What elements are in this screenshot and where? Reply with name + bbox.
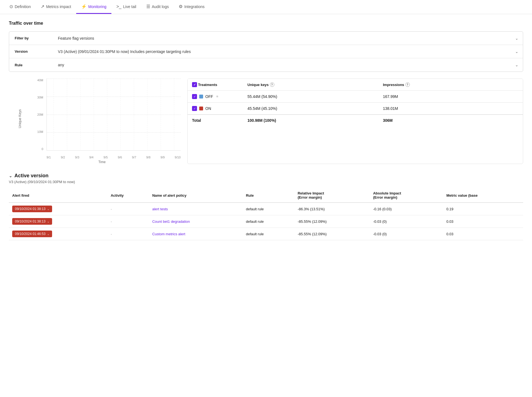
nav-item-audit-logs[interactable]: ☰Audit logs — [141, 0, 174, 14]
metric-value-cell: 0.03 — [443, 228, 523, 240]
chart-container: Unique Keys 40M30M20M10M0 — [9, 79, 181, 164]
table-row: 09/10/2024 01:38:13 ⌄ - Count bet1 degra… — [9, 215, 523, 228]
nav-item-definition[interactable]: ⊙Definition — [4, 0, 36, 14]
main-content: Traffic over time Filter by Feature flag… — [0, 14, 532, 247]
legend-header: ✓ Treatments Unique keys ? Impressions ? — [188, 79, 523, 91]
rule-dropdown[interactable]: any ⌄ — [53, 59, 523, 70]
all-treatments-checkbox[interactable]: ✓ — [192, 82, 197, 87]
active-version-collapse[interactable]: ⌄ Active version — [9, 173, 523, 179]
traffic-title: Traffic over time — [9, 21, 523, 26]
relative-impact-cell: -86.3% (13.51%) — [294, 203, 370, 215]
col-alert-fired: Alert fired — [9, 188, 107, 203]
live-tail-icon: >_ — [116, 4, 121, 9]
rule-row: Rule any ⌄ — [9, 58, 523, 72]
alert-badge[interactable]: 09/10/2024 01:46:53 ⌄ — [12, 231, 52, 237]
policy-name-cell: alert tests — [149, 203, 242, 215]
alert-badge[interactable]: 09/10/2024 01:38:13 ⌄ — [12, 218, 52, 225]
activity-cell: - — [107, 228, 149, 240]
version-dropdown[interactable]: V3 (Active) (09/01/2024 01:30PM to now) … — [53, 46, 523, 57]
legend-col-impressions: Impressions ? — [383, 82, 518, 87]
filter-by-label: Filter by — [9, 33, 53, 44]
nav-item-monitoring[interactable]: ⚡Monitoring — [76, 0, 111, 14]
policy-link[interactable]: Count bet1 degradation — [152, 219, 190, 224]
chevron-down-icon: ⌄ — [515, 63, 518, 67]
on-impressions: 138.01M — [383, 106, 518, 111]
alert-badge[interactable]: 09/10/2024 01:38:13 ⌄ — [12, 206, 52, 212]
audit-logs-icon: ☰ — [146, 4, 150, 9]
unique-keys-help-icon[interactable]: ? — [270, 82, 274, 87]
on-unique-keys: 45.54M (45.10%) — [247, 106, 383, 111]
legend-row-off: ✓ OFF ✳ 55.44M (54.90%) 167.99M — [188, 91, 523, 103]
off-color-swatch — [199, 95, 203, 98]
policy-link[interactable]: alert tests — [152, 207, 168, 211]
nav-label-monitoring: Monitoring — [88, 4, 106, 9]
impressions-help-icon[interactable]: ? — [405, 82, 410, 87]
filter-by-dropdown[interactable]: Feature flag versions ⌄ — [53, 33, 523, 44]
alert-expand-icon: ⌄ — [47, 232, 49, 236]
metrics-impact-icon: ↗ — [41, 4, 44, 9]
total-label: Total — [192, 118, 247, 123]
col-metric-value: Metric value (base — [443, 188, 523, 203]
activity-cell: - — [107, 215, 149, 228]
on-treatment: ✓ ON — [192, 106, 247, 111]
definition-icon: ⊙ — [9, 4, 13, 9]
rule-cell: default rule — [242, 203, 294, 215]
policy-link[interactable]: Custom metrics alert — [152, 232, 185, 236]
chart-lines — [47, 79, 181, 150]
nav-label-integrations: Integrations — [184, 4, 204, 9]
on-color-swatch — [199, 107, 203, 110]
active-version-section: ⌄ Active version V3 (Active) (09/10/2024… — [9, 173, 523, 240]
absolute-impact-cell: -0.03 (0) — [370, 228, 443, 240]
legend-table: ✓ Treatments Unique keys ? Impressions ?… — [187, 79, 523, 164]
off-unique-keys: 55.44M (54.90%) — [247, 94, 383, 99]
traffic-section: Traffic over time Filter by Feature flag… — [9, 21, 523, 164]
activity-cell: - — [107, 203, 149, 215]
relative-impact-cell: -85.55% (12.09%) — [294, 228, 370, 240]
alert-time-cell: 09/10/2024 01:46:53 ⌄ — [9, 228, 107, 240]
alert-time-cell: 09/10/2024 01:38:13 ⌄ — [9, 203, 107, 215]
monitoring-icon: ⚡ — [81, 4, 87, 9]
nav-label-definition: Definition — [15, 4, 31, 9]
legend-total-row: Total 100.98M (100%) 306M — [188, 115, 523, 126]
on-checkbox[interactable]: ✓ — [192, 106, 197, 111]
off-treatment: ✓ OFF ✳ — [192, 94, 247, 99]
relative-impact-cell: -85.55% (12.09%) — [294, 215, 370, 228]
nav-label-metrics-impact: Metrics impact — [46, 4, 71, 9]
table-header-row: Alert fired Activity Name of alert polic… — [9, 188, 523, 203]
integrations-icon: ⚙ — [179, 4, 183, 9]
nav-label-live-tail: Live tail — [123, 4, 136, 9]
alerts-table: Alert fired Activity Name of alert polic… — [9, 188, 523, 240]
alert-expand-icon: ⌄ — [47, 208, 49, 211]
table-row: 09/10/2024 01:38:13 ⌄ - alert tests defa… — [9, 203, 523, 215]
chevron-down-icon: ⌄ — [515, 49, 518, 54]
legend-row-on: ✓ ON 45.54M (45.10%) 138.01M — [188, 103, 523, 115]
total-unique-keys: 100.98M (100%) — [247, 118, 383, 123]
y-axis-label: Unique Keys — [18, 108, 22, 130]
rule-label: Rule — [9, 60, 53, 70]
nav-item-live-tail[interactable]: >_Live tail — [111, 0, 141, 14]
nav-item-integrations[interactable]: ⚙Integrations — [174, 0, 209, 14]
policy-name-cell: Custom metrics alert — [149, 228, 242, 240]
col-policy-name: Name of alert policy — [149, 188, 242, 203]
version-label: Version — [9, 46, 53, 57]
legend-col-unique-keys: Unique keys ? — [247, 82, 383, 87]
y-axis: 40M30M20M10M0 — [32, 79, 45, 151]
rule-cell: default rule — [242, 215, 294, 228]
version-subtitle: V3 (Active) (09/10/2024 01:30PM to now) — [9, 180, 523, 184]
collapse-chevron-icon: ⌄ — [9, 174, 12, 178]
filter-by-row: Filter by Feature flag versions ⌄ — [9, 32, 523, 45]
asterisk-icon: ✳ — [216, 95, 219, 98]
absolute-impact-cell: -0.03 (0) — [370, 215, 443, 228]
legend-col-treatments: ✓ Treatments — [192, 82, 247, 87]
total-impressions: 306M — [383, 118, 518, 123]
col-activity: Activity — [107, 188, 149, 203]
alert-expand-icon: ⌄ — [47, 220, 49, 223]
nav-bar: ⊙Definition↗Metrics impact⚡Monitoring>_L… — [0, 0, 532, 14]
metric-value-cell: 0.19 — [443, 203, 523, 215]
nav-item-metrics-impact[interactable]: ↗Metrics impact — [36, 0, 76, 14]
off-checkbox[interactable]: ✓ — [192, 94, 197, 99]
col-relative-impact: Relative Impact(Error margin) — [294, 188, 370, 203]
metric-value-cell: 0.03 — [443, 215, 523, 228]
policy-name-cell: Count bet1 degradation — [149, 215, 242, 228]
absolute-impact-cell: -0.16 (0.03) — [370, 203, 443, 215]
